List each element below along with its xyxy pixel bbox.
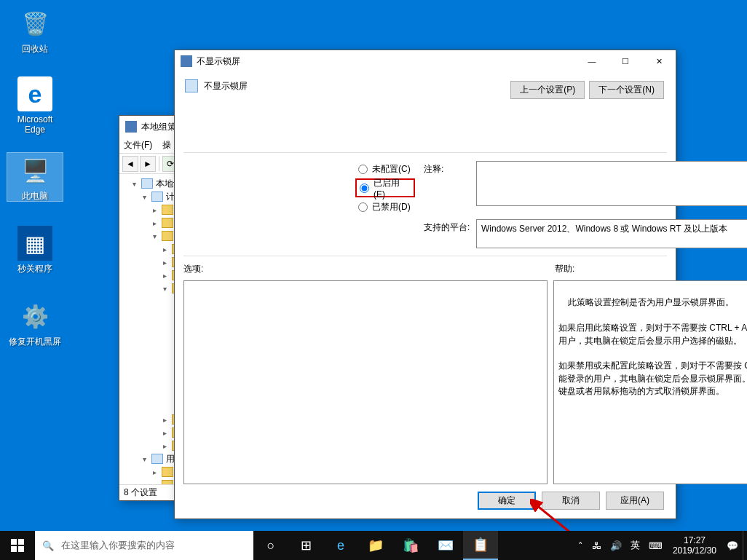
icon-label: Microsoft Edge bbox=[7, 114, 63, 135]
policy-heading: 不显示锁屏 bbox=[204, 80, 248, 92]
folder-icon bbox=[151, 454, 163, 464]
windows-icon bbox=[11, 539, 24, 552]
search-box[interactable]: 🔍 在这里输入你要搜索的内容 bbox=[35, 531, 253, 560]
options-label: 选项: bbox=[183, 263, 203, 275]
icon-label: 回收站 bbox=[7, 44, 63, 54]
minimize-button[interactable]: — bbox=[575, 50, 609, 72]
radio-enabled[interactable]: 已启用(E) bbox=[355, 178, 415, 197]
svg-rect-2 bbox=[18, 539, 24, 545]
close-button[interactable]: ✕ bbox=[642, 50, 676, 72]
folder-icon bbox=[151, 192, 163, 202]
taskbar-edge[interactable]: e bbox=[323, 531, 358, 560]
cortana-button[interactable]: ○ bbox=[253, 531, 288, 560]
tray-chevron[interactable]: ˄ bbox=[574, 531, 588, 560]
gear-icon: ⚙️ bbox=[17, 299, 52, 334]
state-radio-group: 未配置(C) 已启用(E) 已禁用(D) bbox=[355, 159, 415, 216]
help-box: 此策略设置控制是否为用户显示锁屏界面。 如果启用此策略设置，则对于不需要按 CT… bbox=[553, 280, 747, 484]
clock-time: 17:27 bbox=[673, 535, 716, 545]
desktop-icon-recycle-bin[interactable]: 🗑️ 回收站 bbox=[7, 6, 63, 54]
ime-mode-icon[interactable]: ⌨ bbox=[644, 531, 667, 560]
desktop-icon-shutdown-tool[interactable]: ▦ 秒关程序 bbox=[7, 226, 63, 274]
folder-icon bbox=[162, 480, 173, 484]
clock-date: 2019/12/30 bbox=[673, 545, 716, 556]
radio-not-configured[interactable]: 未配置(C) bbox=[355, 159, 415, 178]
menu-file[interactable]: 文件(F) bbox=[124, 140, 152, 150]
taskbar-explorer[interactable]: 📁 bbox=[358, 531, 393, 560]
desktop-icon-edge[interactable]: e Microsoft Edge bbox=[7, 76, 63, 135]
app-icon: ▦ bbox=[17, 226, 52, 261]
edge-icon: e bbox=[17, 76, 52, 111]
clock[interactable]: 17:27 2019/12/30 bbox=[667, 535, 722, 556]
icon-label: 此电脑 bbox=[7, 191, 63, 201]
prev-setting-button[interactable]: 上一个设置(P) bbox=[510, 81, 585, 99]
maximize-button[interactable]: ☐ bbox=[609, 50, 642, 72]
icon-label: 秒关程序 bbox=[7, 264, 63, 274]
svg-rect-3 bbox=[11, 546, 17, 552]
radio-disabled[interactable]: 已禁用(D) bbox=[355, 197, 415, 216]
policy-dialog: 不显示锁屏 — ☐ ✕ 不显示锁屏 上一个设置(P) 下一个设置(N) 未配置(… bbox=[174, 50, 676, 519]
ok-button[interactable]: 确定 bbox=[478, 492, 536, 510]
taskbar-mail[interactable]: ✉️ bbox=[428, 531, 463, 560]
policy-icon bbox=[185, 79, 198, 92]
window-title: 不显示锁屏 bbox=[197, 55, 575, 68]
folder-icon bbox=[162, 231, 173, 241]
cancel-button[interactable]: 取消 bbox=[542, 492, 600, 510]
taskbar-store[interactable]: 🛍️ bbox=[393, 531, 428, 560]
ime-language[interactable]: 英 bbox=[626, 531, 644, 560]
forward-button[interactable]: ► bbox=[140, 156, 156, 172]
taskbar-gpedit[interactable]: 📋 bbox=[463, 531, 498, 560]
supported-box: Windows Server 2012、Windows 8 或 Windows … bbox=[476, 219, 747, 248]
folder-icon bbox=[162, 205, 173, 215]
icon-label: 修复开机黑屏 bbox=[7, 336, 63, 347]
back-button[interactable]: ◄ bbox=[122, 156, 138, 172]
search-placeholder: 在这里输入你要搜索的内容 bbox=[61, 539, 175, 552]
folder-icon bbox=[162, 467, 173, 477]
desktop-icon-this-pc[interactable]: 🖥️ 此电脑 bbox=[7, 153, 63, 201]
system-tray: ˄ 🖧 🔊 英 ⌨ 17:27 2019/12/30 💬 bbox=[574, 531, 747, 560]
svg-rect-4 bbox=[18, 546, 24, 552]
show-desktop-button[interactable] bbox=[743, 531, 747, 560]
desktop-icon-repair-tool[interactable]: ⚙️ 修复开机黑屏 bbox=[7, 299, 63, 347]
search-icon: 🔍 bbox=[42, 540, 54, 551]
menu-action[interactable]: 操 bbox=[162, 140, 171, 150]
policy-icon bbox=[181, 55, 192, 67]
next-setting-button[interactable]: 下一个设置(N) bbox=[589, 81, 664, 99]
tray-volume-icon[interactable]: 🔊 bbox=[606, 531, 626, 560]
options-box[interactable] bbox=[183, 280, 548, 484]
comment-label: 注释: bbox=[424, 163, 443, 176]
supported-label: 支持的平台: bbox=[424, 221, 470, 234]
help-label: 帮助: bbox=[555, 263, 574, 275]
svg-rect-1 bbox=[11, 539, 17, 545]
task-view-button[interactable]: ⊞ bbox=[288, 531, 323, 560]
titlebar[interactable]: 不显示锁屏 — ☐ ✕ bbox=[175, 50, 676, 72]
app-icon bbox=[125, 121, 137, 133]
recycle-bin-icon: 🗑️ bbox=[17, 6, 52, 41]
computer-icon bbox=[141, 178, 153, 189]
folder-icon bbox=[162, 218, 173, 228]
tray-network-icon[interactable]: 🖧 bbox=[588, 531, 606, 560]
comment-textarea[interactable]: ▲▼ bbox=[476, 161, 747, 206]
start-button[interactable] bbox=[0, 531, 35, 560]
computer-icon: 🖥️ bbox=[17, 153, 52, 188]
taskbar: 🔍 在这里输入你要搜索的内容 ○ ⊞ e 📁 🛍️ ✉️ 📋 ˄ 🖧 🔊 英 ⌨… bbox=[0, 531, 747, 560]
action-center-icon[interactable]: 💬 bbox=[722, 531, 743, 560]
apply-button[interactable]: 应用(A) bbox=[606, 492, 664, 510]
